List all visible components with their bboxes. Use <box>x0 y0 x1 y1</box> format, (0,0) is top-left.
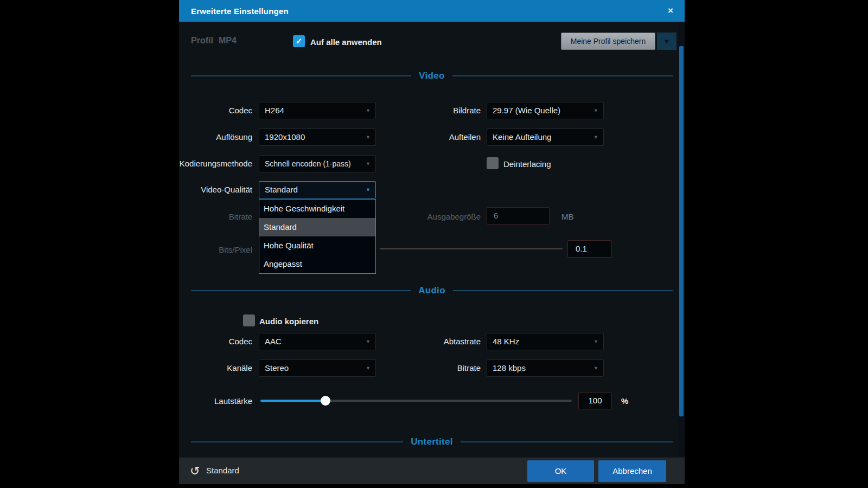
output-size-unit: MB <box>561 212 574 221</box>
quality-option-standard[interactable]: Standard <box>259 218 375 236</box>
check-icon: ✓ <box>296 36 303 46</box>
encoding-method-dropdown[interactable]: Schnell encoden (1-pass) ▼ <box>259 155 376 172</box>
chevron-down-icon: ▼ <box>366 333 371 350</box>
chevron-down-icon: ▼ <box>366 156 371 172</box>
codec-label: Codec <box>179 106 252 115</box>
bits-pixel-input[interactable]: 0.1 <box>567 240 612 258</box>
samplerate-label: Abtastrate <box>386 337 481 346</box>
video-quality-dropdown[interactable]: Standard ▼ <box>259 181 376 198</box>
output-size-label: Ausgabegröße <box>386 212 481 221</box>
chevron-down-icon: ▼ <box>366 360 371 376</box>
audio-bitrate-label: Bitrate <box>386 363 481 373</box>
video-quality-label: Video-Qualität <box>179 185 252 194</box>
volume-input[interactable]: 100 <box>578 392 612 409</box>
split-dropdown[interactable]: Keine Aufteilung ▼ <box>487 129 604 146</box>
save-profile-button[interactable]: Meine Profil speichern <box>561 33 655 50</box>
quality-option-hohe-qualitaet[interactable]: Hohe Qualität <box>259 236 375 255</box>
framerate-value: 29.97 (Wie Quelle) <box>493 106 560 115</box>
encoding-method-value: Schnell encoden (1-pass) <box>265 159 351 168</box>
chevron-down-icon: ▼ <box>593 102 598 119</box>
video-bitrate-label: Bitrate <box>179 212 252 221</box>
chevron-down-icon: ▼ <box>366 129 371 145</box>
bits-pixel-label: Bits/Pixel <box>179 245 252 254</box>
apply-all-checkbox[interactable]: ✓ <box>293 35 305 47</box>
video-quality-value: Standard <box>265 185 298 194</box>
deinterlacing-checkbox[interactable] <box>487 157 499 169</box>
scrollbar-thumb[interactable] <box>679 46 684 416</box>
dialog-title: Erweiterte Einstellungen <box>191 7 289 16</box>
quality-option-angepasst[interactable]: Angepasst <box>259 255 375 273</box>
video-section-header: Video <box>191 70 673 81</box>
apply-all-label: Auf alle anwenden <box>310 37 382 47</box>
samplerate-dropdown[interactable]: 48 KHz ▼ <box>487 333 604 350</box>
chevron-down-icon: ▼ <box>593 129 598 145</box>
chevron-down-icon: ▼ <box>593 360 598 376</box>
subtitle-section-header: Untertitel <box>191 436 673 447</box>
audio-section-title: Audio <box>418 285 445 296</box>
video-codec-value: H264 <box>265 106 284 115</box>
reset-default-label[interactable]: Standard <box>206 466 239 475</box>
volume-slider-thumb[interactable] <box>321 396 330 406</box>
audio-bitrate-value: 128 kbps <box>493 363 526 373</box>
output-size-input[interactable]: 6 <box>487 207 550 224</box>
cancel-button[interactable]: Abbrechen <box>598 460 666 482</box>
volume-label: Lautstärke <box>179 396 252 406</box>
resolution-value: 1920x1080 <box>265 132 305 142</box>
samplerate-value: 48 KHz <box>493 337 519 346</box>
video-codec-dropdown[interactable]: H264 ▼ <box>259 102 376 119</box>
audio-codec-value: AAC <box>265 337 282 346</box>
subtitle-section-title: Untertitel <box>411 436 453 447</box>
encoding-method-label: Kodierungsmethode <box>179 159 252 168</box>
profile-label: Profil <box>191 36 213 45</box>
audio-section-header: Audio <box>191 285 673 296</box>
audio-copy-label: Audio kopieren <box>259 317 318 326</box>
chevron-down-icon: ▼ <box>593 333 598 350</box>
deinterlacing-label: Deinterlacing <box>503 159 551 169</box>
chevron-down-icon: ▼ <box>366 102 371 119</box>
dialog-footer: ↺ Standard OK Abbrechen <box>179 457 685 484</box>
framerate-label: Bildrate <box>386 106 481 115</box>
audio-codec-label: Codec <box>179 337 252 346</box>
profile-label-group: ProfilMP4 <box>191 36 237 46</box>
channels-label: Kanäle <box>179 363 252 373</box>
resolution-label: Auflösung <box>179 132 252 142</box>
split-label: Aufteilen <box>386 132 481 142</box>
bits-pixel-slider[interactable] <box>380 248 563 249</box>
audio-bitrate-dropdown[interactable]: 128 kbps ▼ <box>487 359 604 377</box>
channels-value: Stereo <box>265 363 289 373</box>
video-quality-options-list: Hohe Geschwindigkeit Standard Hohe Quali… <box>259 199 376 274</box>
quality-option-hohe-geschwindigkeit[interactable]: Hohe Geschwindigkeit <box>259 200 375 218</box>
chevron-down-icon: ▼ <box>366 182 371 198</box>
save-profile-dropdown-button[interactable]: ▼ <box>657 33 676 50</box>
volume-slider-fill <box>260 400 326 402</box>
channels-dropdown[interactable]: Stereo ▼ <box>259 359 376 377</box>
framerate-dropdown[interactable]: 29.97 (Wie Quelle) ▼ <box>487 102 604 119</box>
close-icon[interactable]: × <box>664 4 677 17</box>
audio-copy-checkbox[interactable] <box>243 314 255 326</box>
video-section-title: Video <box>419 70 444 81</box>
chevron-down-icon: ▼ <box>663 37 671 46</box>
reset-icon[interactable]: ↺ <box>190 464 200 478</box>
audio-codec-dropdown[interactable]: AAC ▼ <box>259 333 376 350</box>
volume-unit: % <box>621 396 628 406</box>
dialog-titlebar: Erweiterte Einstellungen × <box>179 0 685 22</box>
split-value: Keine Aufteilung <box>493 132 551 142</box>
profile-value: MP4 <box>219 36 237 45</box>
advanced-settings-dialog: Erweiterte Einstellungen × ProfilMP4 ✓ A… <box>179 0 685 484</box>
resolution-dropdown[interactable]: 1920x1080 ▼ <box>259 129 376 146</box>
ok-button[interactable]: OK <box>527 460 594 482</box>
